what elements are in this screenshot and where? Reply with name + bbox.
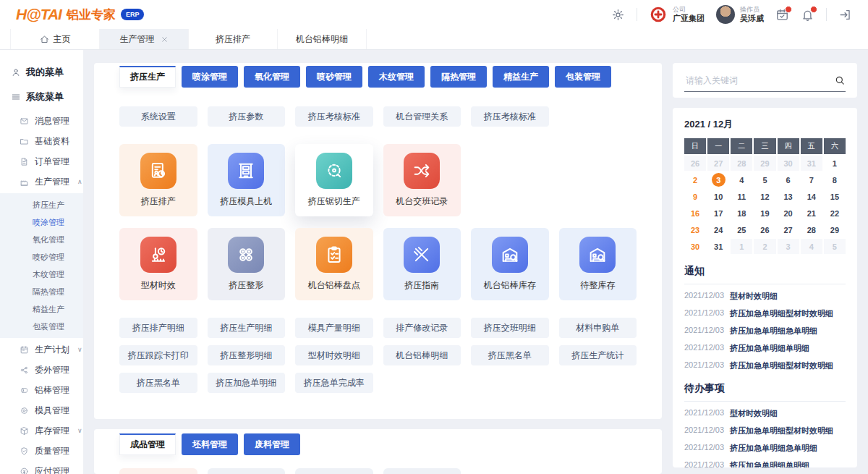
feature-card[interactable]: 机台交班记录 [383, 144, 461, 216]
sidebar-item[interactable]: 库存管理 ∨ [0, 420, 83, 441]
calendar-day[interactable]: 28 [731, 156, 752, 171]
todo-item[interactable]: 2021/12/03 挤压加急单明细急单明细 [684, 443, 846, 454]
tab-home[interactable]: 主页 [10, 29, 100, 49]
logout-icon[interactable] [838, 8, 852, 22]
sidebar-subitem[interactable]: 精益生产 [0, 300, 83, 318]
notice-item[interactable]: 2021/12/03 挤压加急单明细型材时效明细 [684, 308, 846, 319]
calendar-day[interactable]: 30 [684, 239, 706, 254]
company-info[interactable]: 公司 广亚集团 [649, 5, 705, 24]
notice-item[interactable]: 2021/12/03 挤压加急单明细单明细 [684, 343, 846, 354]
sidebar-subitem[interactable]: 木纹管理 [0, 266, 83, 283]
sidebar-item[interactable]: 应付管理 [0, 461, 83, 474]
detail-link-button[interactable]: 排产修改记录 [383, 318, 461, 338]
module-tab[interactable]: 坯料管理 [182, 433, 238, 455]
calendar-day[interactable]: 4 [731, 172, 752, 187]
todo-item[interactable]: 2021/12/03 挤压加急单明细型材时效明细 [684, 426, 846, 436]
feature-card[interactable]: 挤压排产 [119, 144, 197, 216]
calendar-day[interactable]: 27 [707, 156, 729, 171]
detail-link-button[interactable]: 机台铝棒明细 [383, 345, 461, 365]
detail-link-button[interactable]: 挤压加急单明细 [208, 373, 286, 393]
search-input[interactable] [684, 75, 834, 86]
sidebar-item[interactable]: 质量管理 [0, 441, 83, 461]
module-tab[interactable]: 喷涂管理 [182, 66, 238, 88]
system-menu-header[interactable]: 系统菜单 [0, 86, 83, 108]
tasks-calendar-icon[interactable] [775, 8, 789, 22]
module-tab[interactable]: 喷砂管理 [306, 66, 362, 88]
calendar-day[interactable]: 6 [778, 172, 799, 187]
sidebar-item[interactable]: 基础资料 [0, 131, 83, 151]
feature-card[interactable]: 挤压指南 [383, 228, 461, 300]
feature-card[interactable]: 挤压锯切生产 [295, 144, 373, 216]
sidebar-subitem[interactable]: 挤压生产 [0, 196, 83, 213]
operator-info[interactable]: 操作员 吴泺威 [716, 5, 764, 24]
detail-link-button[interactable]: 型材时效明细 [295, 345, 373, 365]
calendar-day[interactable]: 10 [707, 189, 729, 204]
calendar-day[interactable]: 28 [801, 222, 822, 237]
detail-link-button[interactable]: 挤压生产统计 [559, 345, 637, 365]
calendar-day[interactable]: 24 [707, 222, 729, 237]
sidebar-item[interactable]: 生产计划 ∨ [0, 339, 83, 360]
sidebar-subitem[interactable]: 隔热管理 [0, 283, 83, 300]
calendar-day[interactable]: 31 [707, 239, 729, 254]
calendar-day[interactable]: 23 [684, 222, 706, 237]
settings-gear-icon[interactable] [611, 8, 625, 22]
sidebar-item[interactable]: 订单管理 [0, 151, 83, 172]
calendar-day[interactable]: 27 [778, 222, 799, 237]
detail-link-button[interactable]: 挤压整形明细 [208, 345, 286, 365]
calendar-day[interactable]: 3 [707, 172, 729, 187]
calendar-day[interactable]: 22 [824, 206, 846, 221]
module-tab[interactable]: 精益生产 [493, 66, 549, 88]
tab-extrusion-scheduling[interactable]: 挤压排产 [189, 29, 278, 49]
notice-item[interactable]: 2021/12/03 挤压加急单明细型材时效明细 [684, 360, 846, 371]
calendar-day[interactable]: 3 [778, 239, 799, 254]
calendar-day[interactable]: 29 [824, 222, 846, 237]
feature-card[interactable]: 挤压模具上机 [208, 144, 286, 216]
notice-item[interactable]: 2021/12/03 型材时效明细 [684, 291, 846, 302]
calendar-day[interactable]: 7 [801, 172, 822, 187]
sidebar-item-production[interactable]: 生产管理 ∧ [0, 172, 83, 192]
calendar-day[interactable]: 2 [754, 239, 775, 254]
detail-link-button[interactable]: 挤压急单完成率 [295, 373, 373, 393]
detail-link-button[interactable]: 挤压生产明细 [208, 318, 286, 338]
sidebar-item[interactable]: 消息管理 [0, 111, 83, 131]
calendar-day[interactable]: 12 [754, 189, 775, 204]
sidebar-subitem[interactable]: 氧化管理 [0, 231, 83, 248]
detail-link-button[interactable]: 挤压交班明细 [471, 318, 549, 338]
quick-link-button[interactable]: 挤压考核标准 [471, 106, 549, 127]
notice-item[interactable]: 2021/12/03 挤压加急单明细急单明细 [684, 326, 846, 337]
module-tab[interactable]: 包装管理 [555, 66, 611, 88]
module-tab[interactable]: 氧化管理 [244, 66, 300, 88]
calendar-day[interactable]: 5 [824, 239, 846, 254]
calendar-day[interactable]: 4 [801, 239, 822, 254]
module-tab[interactable]: 挤压生产 [119, 66, 176, 88]
quick-link-button[interactable]: 挤压参数 [208, 106, 286, 127]
detail-link-button[interactable]: 挤压黑名单 [119, 373, 197, 393]
notifications-bell-icon[interactable] [801, 8, 814, 22]
calendar-day[interactable]: 14 [801, 189, 822, 204]
feature-card[interactable]: 挤压整形 [208, 228, 286, 300]
feature-card[interactable]: 机台铝棒库存 [471, 228, 549, 300]
quick-link-button[interactable]: 挤压考核标准 [295, 106, 373, 127]
module-tab[interactable]: 隔热管理 [430, 66, 487, 88]
calendar-day[interactable]: 25 [731, 222, 752, 237]
sidebar-item[interactable]: 模具管理 [0, 400, 83, 420]
calendar-day[interactable]: 26 [754, 222, 775, 237]
quick-link-button[interactable]: 机台管理关系 [383, 106, 461, 127]
module-tab[interactable]: 成品管理 [119, 433, 176, 455]
calendar-day[interactable]: 30 [778, 156, 799, 171]
calendar-day[interactable]: 8 [824, 172, 846, 187]
feature-card[interactable]: 待整库存 [559, 228, 637, 300]
calendar-day[interactable]: 31 [801, 156, 822, 171]
sidebar-item[interactable]: 委外管理 [0, 360, 83, 380]
calendar-day[interactable]: 9 [684, 189, 706, 204]
calendar-day[interactable]: 13 [778, 189, 799, 204]
detail-link-button[interactable]: 模具产量明细 [295, 318, 373, 338]
tab-production-management[interactable]: 生产管理 [100, 29, 189, 49]
calendar-day[interactable]: 18 [731, 206, 752, 221]
calendar-day[interactable]: 19 [754, 206, 775, 221]
calendar-day[interactable]: 2 [684, 172, 706, 187]
calendar-day[interactable]: 15 [824, 189, 846, 204]
sidebar-subitem[interactable]: 喷砂管理 [0, 248, 83, 266]
my-menu-header[interactable]: 我的菜单 [0, 62, 83, 83]
module-tab[interactable]: 废料管理 [244, 433, 300, 455]
